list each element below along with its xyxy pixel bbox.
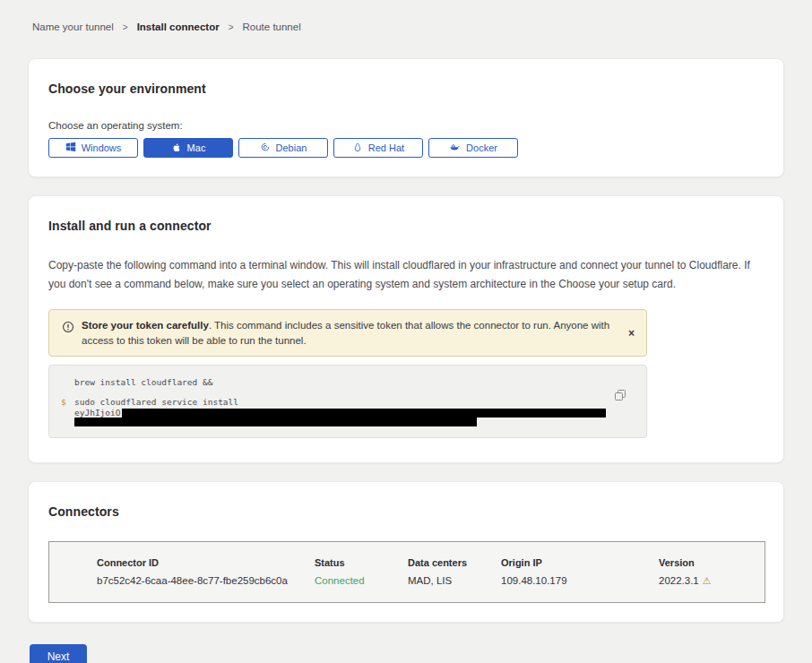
- redacted-token-bar: [122, 409, 606, 418]
- version-value: 2022.3.1 ⚠: [659, 575, 764, 586]
- code-gutter: [61, 377, 74, 387]
- redhat-icon: [352, 142, 363, 155]
- code-line-1: brew install cloudflared &&: [61, 377, 610, 387]
- version-number: 2022.3.1: [659, 575, 699, 586]
- shell-prompt: $: [61, 397, 74, 407]
- next-button[interactable]: Next: [30, 644, 87, 663]
- token-prefix: eyJhIjoiO: [74, 408, 120, 418]
- code-line-token: eyJhIjoiO: [61, 408, 610, 418]
- code-line-2: $ sudo cloudflared service install: [61, 397, 610, 407]
- os-button-docker[interactable]: Docker: [428, 138, 518, 158]
- breadcrumb-step-route-tunnel[interactable]: Route tunnel: [243, 22, 301, 32]
- os-button-debian[interactable]: Debian: [238, 138, 328, 158]
- os-button-label: Windows: [82, 142, 122, 153]
- breadcrumb-separator: >: [229, 22, 234, 32]
- install-connector-title: Install and run a connector: [48, 219, 764, 233]
- connectors-card: Connectors Connector ID Status Data cent…: [28, 481, 784, 623]
- os-button-mac[interactable]: Mac: [143, 138, 233, 158]
- token-warning-banner: Store your token carefully. This command…: [48, 309, 647, 357]
- os-button-label: Red Hat: [368, 142, 404, 153]
- code-text: sudo cloudflared service install: [74, 397, 238, 407]
- windows-icon: [65, 142, 76, 154]
- os-select-label: Choose an operating system:: [48, 120, 764, 131]
- tunnel-setup-page: Name your tunnel > Install connector > R…: [0, 0, 812, 663]
- os-button-group: Windows Mac Debian Red Hat: [48, 138, 764, 158]
- warning-triangle-icon: ⚠: [703, 576, 712, 586]
- data-centers-value: MAD, LIS: [408, 575, 501, 586]
- header-origin-ip: Origin IP: [501, 557, 659, 568]
- copy-icon[interactable]: [614, 389, 626, 401]
- choose-environment-card: Choose your environment Choose an operat…: [28, 58, 784, 177]
- breadcrumb-separator: >: [123, 22, 128, 32]
- apple-icon: [171, 142, 182, 155]
- redacted-token-bar: [74, 418, 477, 426]
- origin-ip-value: 109.48.10.179: [501, 575, 659, 586]
- header-status: Status: [315, 557, 408, 568]
- close-icon[interactable]: ×: [628, 328, 635, 339]
- install-command-code-block: brew install cloudflared && $ sudo cloud…: [48, 365, 647, 438]
- alert-circle-icon: [62, 321, 74, 337]
- os-button-windows[interactable]: Windows: [48, 138, 138, 158]
- install-connector-card: Install and run a connector Copy-paste t…: [28, 195, 784, 463]
- code-text: brew install cloudflared &&: [74, 377, 212, 387]
- os-button-label: Mac: [187, 142, 206, 153]
- table-row: b7c52c42-6caa-48ee-8c77-fbe259cb6c0a Con…: [97, 575, 764, 586]
- status-badge: Connected: [315, 575, 408, 586]
- breadcrumb: Name your tunnel > Install connector > R…: [0, 0, 812, 32]
- breadcrumb-step-install-connector[interactable]: Install connector: [137, 22, 220, 32]
- header-connector-id: Connector ID: [97, 557, 315, 568]
- connector-id-value: b7c52c42-6caa-48ee-8c77-fbe259cb6c0a: [97, 575, 315, 586]
- token-warning-bold: Store your token carefully: [82, 320, 209, 331]
- os-button-label: Docker: [466, 142, 497, 153]
- connectors-table: Connector ID Status Data centers Origin …: [48, 541, 765, 603]
- connectors-title: Connectors: [48, 504, 764, 519]
- connectors-table-header: Connector ID Status Data centers Origin …: [97, 557, 764, 568]
- breadcrumb-step-name-tunnel[interactable]: Name your tunnel: [32, 22, 114, 32]
- install-description: Copy-paste the following command into a …: [48, 256, 762, 294]
- token-warning-text: Store your token carefully. This command…: [82, 318, 610, 348]
- header-version: Version: [659, 557, 764, 568]
- os-button-redhat[interactable]: Red Hat: [333, 138, 423, 158]
- debian-icon: [260, 142, 271, 154]
- os-button-label: Debian: [276, 142, 307, 153]
- docker-icon: [449, 142, 461, 154]
- choose-environment-title: Choose your environment: [48, 82, 764, 96]
- header-data-centers: Data centers: [408, 557, 501, 568]
